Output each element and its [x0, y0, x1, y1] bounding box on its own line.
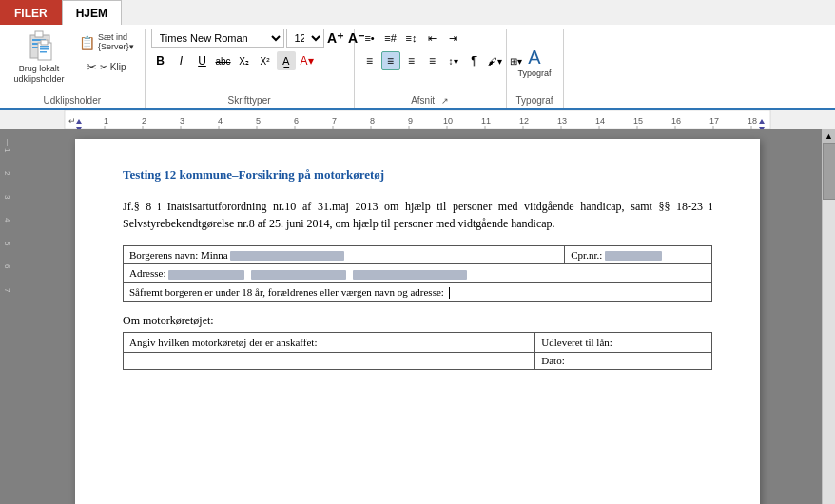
motor-loan-header: Udleveret til lån: [541, 337, 612, 348]
svg-text:13: 13 [557, 116, 567, 126]
svg-text:7: 7 [332, 116, 337, 126]
underline-button[interactable]: U [193, 51, 212, 70]
page: Testing 12 kommune–Forsikring på motorkø… [75, 139, 760, 504]
paste-icon: 📋 [79, 35, 95, 50]
svg-text:17: 17 [709, 116, 719, 126]
svg-rect-9 [40, 51, 47, 53]
address-value3 [353, 270, 467, 280]
citizen-form-table: Borgerens navn: Minna Cpr.nr.: Adresse: [123, 245, 712, 302]
svg-rect-8 [40, 48, 49, 50]
svg-rect-1 [35, 31, 43, 37]
clipboard-group-label: Udklipsholder [0, 95, 145, 106]
document-body: Jf.§ 8 i Inatsisartutforordning nr.10 af… [123, 198, 712, 232]
svg-text:11: 11 [481, 116, 491, 126]
numbered-list-button[interactable]: ≡# [381, 29, 400, 48]
font-format-row: B I U abc X₂ X² A̲ A▾ [151, 51, 317, 70]
paragraph-group-expand-icon[interactable]: ↗ [441, 96, 449, 106]
motor-type-value-cell [124, 353, 535, 370]
ruler: 1 2 3 4 5 6 7 8 9 10 11 12 13 14 15 16 1… [0, 110, 835, 129]
cpr-value [605, 251, 662, 261]
ribbon-tabs: FILER HJEM [0, 0, 835, 25]
scroll-track [823, 143, 835, 504]
svg-text:12: 12 [519, 116, 529, 126]
svg-text:18: 18 [748, 116, 757, 126]
svg-rect-6 [41, 40, 48, 45]
tab-filer[interactable]: FILER [0, 0, 62, 25]
svg-text:15: 15 [633, 116, 643, 126]
address-value1 [168, 270, 244, 280]
multilevel-list-button[interactable]: ≡↕ [402, 29, 421, 48]
typography-group-label: Typograf [507, 95, 563, 106]
font-color-button[interactable]: A▾ [298, 51, 317, 70]
bold-button[interactable]: B [151, 51, 170, 70]
svg-text:↵: ↵ [68, 116, 76, 126]
typography-label: Typograf [518, 68, 552, 78]
svg-text:4: 4 [218, 116, 223, 126]
paragraph-marks-button[interactable]: ¶ [465, 51, 484, 70]
cut-button[interactable]: ✂ ✂ Klip [74, 57, 139, 77]
paste-button[interactable]: 📋 Sæt ind{Server}▾ [74, 30, 139, 55]
svg-text:5: 5 [256, 116, 261, 126]
svg-text:6: 6 [294, 116, 299, 126]
paragraph-group-label: Afsnit ↗ [355, 95, 506, 106]
justify-button[interactable]: ≡ [423, 51, 442, 70]
cut-icon: ✂ [87, 60, 97, 74]
motor-type-header: Angiv hvilken motorkøretøj der er anskaf… [129, 337, 317, 348]
svg-text:1: 1 [104, 116, 108, 126]
clipboard-btn-label: Brug lokalt udklipsholder [10, 64, 68, 85]
svg-text:3: 3 [180, 116, 184, 126]
svg-rect-11 [65, 110, 770, 129]
clipboard-icon [24, 29, 54, 60]
paragraph-group: ≡• ≡# ≡↕ ⇤ ⇥ ≡ ≡ ≡ ≡ ↕▾ ¶ 🖌▾ ⊞▾ Afsnit ↗ [355, 29, 507, 108]
font-size-selector[interactable]: 12 10 11 14 [286, 29, 324, 48]
cpr-cell: Cpr.nr.: [565, 246, 712, 264]
guardian-label: Såfremt borgeren er under 18 år, forældr… [129, 286, 444, 298]
guardian-cell: Såfremt borgeren er under 18 år, forældr… [124, 282, 712, 301]
svg-rect-7 [40, 46, 49, 48]
vertical-scrollbar[interactable]: ▲ ▼ [822, 129, 835, 504]
svg-text:16: 16 [671, 116, 681, 126]
motor-type-header-cell: Angiv hvilken motorkøretøj der er anskaf… [124, 333, 535, 353]
align-left-button[interactable]: ≡ [360, 51, 379, 70]
align-buttons-row: ≡ ≡ ≡ ≡ ↕▾ ¶ 🖌▾ ⊞▾ [360, 51, 526, 70]
citizen-name-cell: Borgerens navn: Minna [124, 246, 565, 264]
clipboard-group: Brug lokalt udklipsholder 📋 Sæt ind{Serv… [0, 29, 146, 108]
document-title: Testing 12 kommune–Forsikring på motorkø… [123, 167, 712, 183]
ribbon: Brug lokalt udklipsholder 📋 Sæt ind{Serv… [0, 25, 835, 110]
increase-indent-button[interactable]: ⇥ [444, 29, 463, 48]
font-name-selector[interactable]: Times New Roman Arial Calibri [151, 29, 284, 48]
svg-text:10: 10 [443, 116, 453, 126]
svg-text:14: 14 [595, 116, 605, 126]
motor-loan-header-cell: Udleveret til lån: [535, 333, 712, 353]
motor-date-cell: Dato: [535, 353, 712, 370]
cpr-label: Cpr.nr.: [571, 249, 605, 261]
font-grow-button[interactable]: A⁺ [326, 29, 345, 48]
shading-button[interactable]: 🖌▾ [486, 51, 505, 70]
motor-section-label: Om motorkøretøjet: [123, 314, 712, 328]
bullet-list-button[interactable]: ≡• [360, 29, 379, 48]
decrease-indent-button[interactable]: ⇤ [423, 29, 442, 48]
font-group-label: Skrifttyper [146, 95, 354, 106]
document-area: 1 2 3 4 5 6 7 Testing 12 kommune–Forsikr… [0, 129, 835, 504]
svg-text:2: 2 [142, 116, 146, 126]
align-right-button[interactable]: ≡ [402, 51, 421, 70]
styles-group: A Typograf Typograf [507, 29, 564, 108]
italic-button[interactable]: I [172, 51, 191, 70]
align-center-button[interactable]: ≡ [381, 51, 400, 70]
text-cursor [449, 287, 450, 299]
scroll-up-button[interactable]: ▲ [823, 129, 836, 143]
strikethrough-button[interactable]: abc [214, 51, 233, 70]
motor-date-label: Dato: [541, 355, 564, 366]
citizen-name-value [230, 251, 344, 261]
svg-text:8: 8 [370, 116, 375, 126]
tab-hjem[interactable]: HJEM [62, 0, 122, 25]
text-effect-button[interactable]: A̲ [277, 51, 296, 70]
scroll-thumb[interactable] [823, 143, 835, 200]
address-cell: Adresse: [124, 264, 712, 282]
subscript-button[interactable]: X₂ [235, 51, 254, 70]
brug-lokalt-udklipsholder-button[interactable]: Brug lokalt udklipsholder [6, 29, 72, 86]
address-value2 [251, 270, 346, 280]
citizen-name-label: Borgerens navn: Minna [129, 249, 230, 261]
superscript-button[interactable]: X² [256, 51, 275, 70]
line-spacing-button[interactable]: ↕▾ [444, 51, 463, 70]
